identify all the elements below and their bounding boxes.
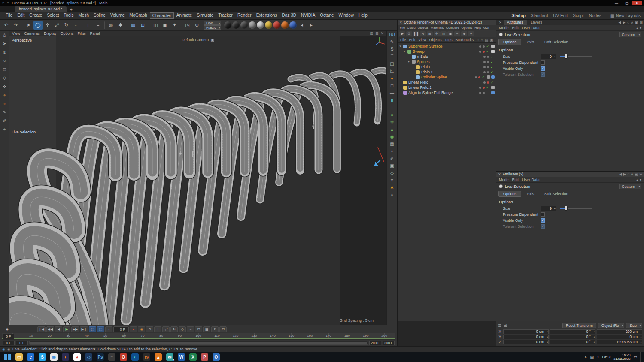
menu-item[interactable]: Spline: [91, 12, 108, 19]
history-forward-icon[interactable]: ▶: [623, 172, 626, 176]
enabled-check-icon[interactable]: ✓: [490, 70, 493, 74]
octane-tool-button[interactable]: ⊞: [427, 31, 433, 36]
show-desktop-button[interactable]: [640, 352, 641, 362]
octane-menu-item[interactable]: Objects: [418, 26, 428, 30]
octane-tool-button[interactable]: ◫: [440, 31, 447, 36]
prev-key[interactable]: ◀◀: [46, 326, 54, 332]
layout-item[interactable]: UV Edit: [553, 13, 568, 18]
visibility-dot-render[interactable]: [483, 92, 485, 94]
visibility-dot-editor[interactable]: [483, 56, 486, 58]
size-slider[interactable]: [560, 56, 592, 57]
axis-lock-x[interactable]: L: [84, 21, 93, 30]
keyframe-selection[interactable]: ⊡: [195, 326, 202, 332]
attributes-menu-item[interactable]: Mode: [499, 26, 509, 30]
menu-item[interactable]: Daz 3D: [280, 12, 298, 19]
expand-caret-icon[interactable]: ▾: [398, 45, 402, 48]
material-hdri[interactable]: [265, 21, 272, 29]
interactive-render-region[interactable]: ◳: [183, 21, 192, 30]
menu-item[interactable]: NVIDIA: [299, 12, 317, 19]
rotate[interactable]: ↻: [62, 21, 71, 30]
move[interactable]: ✛: [43, 21, 52, 30]
opera[interactable]: O: [118, 352, 129, 362]
tool-strip-icon[interactable]: ◇: [1, 75, 8, 81]
filter-icon[interactable]: ▤: [485, 38, 488, 42]
attribute-subtab[interactable]: Options: [498, 191, 521, 197]
toolbar-scroll-left-icon[interactable]: ◂: [298, 21, 307, 30]
attributes-menu-item[interactable]: User Data: [522, 178, 540, 182]
menu-item[interactable]: Edit: [15, 12, 27, 19]
position-field[interactable]: 0 cm: [503, 335, 549, 339]
range-slider-thumb[interactable]: [30, 342, 367, 344]
object-row[interactable]: ▾ Subdivision Surface ✓: [398, 44, 496, 49]
modeling-strip-icon[interactable]: ✦: [389, 148, 395, 154]
tag-icons[interactable]: [490, 86, 495, 89]
modeling-strip-icon[interactable]: ●: [389, 112, 395, 118]
preview-end-field[interactable]: 200 F: [369, 341, 381, 345]
text-mode-icon[interactable]: A: [631, 21, 633, 24]
record-pla[interactable]: ≈: [187, 326, 194, 332]
current-frame-marker[interactable]: 0 F: [3, 334, 14, 339]
attribute-checkbox[interactable]: [541, 60, 545, 65]
object-manager-menu-item[interactable]: View: [418, 38, 426, 42]
tool-strip-icon[interactable]: ⊕: [1, 49, 8, 55]
attribute-subtab[interactable]: Soft Selection: [540, 191, 573, 197]
material-orange[interactable]: [281, 21, 289, 29]
up-arrow-icon[interactable]: ▴: [636, 178, 638, 182]
visibility-dot-editor[interactable]: [479, 45, 481, 48]
firefox[interactable]: ◗: [60, 352, 71, 362]
vscode[interactable]: ◇: [83, 352, 94, 362]
material-checker[interactable]: [257, 21, 264, 29]
rotation-field[interactable]: 0 °: [550, 329, 595, 334]
goto-end[interactable]: ▶❘: [80, 326, 88, 332]
motion-system[interactable]: ≋: [211, 326, 219, 332]
lock-icon[interactable]: ▣: [490, 38, 493, 42]
tool-strip-icon[interactable]: ○: [1, 58, 8, 63]
object-manager-menu-item[interactable]: Tags: [444, 38, 452, 42]
material-preset-dropdown[interactable]: Plastic: [204, 25, 221, 30]
up-arrow-icon[interactable]: ▴: [636, 26, 638, 30]
enabled-check-icon[interactable]: ✓: [486, 50, 489, 54]
dock-icon[interactable]: ⊞: [640, 21, 643, 24]
attributes-menu-item[interactable]: Edit: [512, 178, 519, 182]
attributes-menu-item[interactable]: Edit: [512, 26, 519, 30]
octane-tool-button[interactable]: ✛: [434, 31, 440, 36]
object-manager-menu-item[interactable]: Objects: [429, 38, 442, 42]
select-arrow[interactable]: ➤: [24, 21, 33, 30]
visibility-dot-render[interactable]: [478, 76, 480, 78]
record-pos[interactable]: ✛: [154, 326, 161, 332]
tool-strip-icon[interactable]: ●: [1, 101, 8, 106]
attribute-subtab[interactable]: Soft Selection: [540, 39, 573, 45]
viewport-menu-item[interactable]: Options: [60, 31, 73, 36]
text-mode-icon[interactable]: A: [631, 172, 633, 176]
octane-menu-item[interactable]: Cloud: [407, 26, 416, 30]
menu-item[interactable]: Octane: [318, 12, 336, 19]
menu-item[interactable]: Simulate: [194, 12, 216, 19]
visibility-dot-render[interactable]: [483, 87, 485, 89]
add-tab-button[interactable]: +: [67, 7, 75, 12]
viewport-menu-item[interactable]: Cameras: [24, 31, 40, 36]
object-row[interactable]: Align to Spline Full Range ✓: [398, 90, 496, 95]
excel[interactable]: X: [187, 352, 199, 362]
keyboard-language[interactable]: DEU: [602, 355, 610, 359]
keyframe-diamond[interactable]: ◆: [3, 326, 11, 332]
search-icon[interactable]: ◌: [627, 21, 629, 24]
viewport-layout-icon[interactable]: ⊞: [375, 31, 379, 36]
layout-item[interactable]: Script: [573, 13, 584, 18]
viewport-menu-item[interactable]: View: [12, 31, 20, 36]
chrome-beta[interactable]: ◕: [71, 352, 83, 362]
menu-item[interactable]: Character: [150, 12, 174, 19]
enabled-check-icon[interactable]: ✓: [490, 55, 493, 59]
size-input[interactable]: 9: [541, 54, 556, 59]
current-frame-field[interactable]: 0 F: [113, 326, 129, 332]
panel-close-icon[interactable]: ✕: [399, 21, 402, 24]
octane-tool-button[interactable]: ≡: [454, 31, 460, 36]
render-team[interactable]: ⊕: [192, 21, 201, 30]
size-input[interactable]: 9: [541, 206, 556, 211]
visibility-dot-editor[interactable]: [479, 92, 481, 94]
position-field[interactable]: 0 cm: [503, 329, 549, 334]
object-type-icon[interactable]: [416, 75, 420, 79]
vlc[interactable]: ▲: [152, 352, 164, 362]
enabled-check-icon[interactable]: ✓: [490, 65, 493, 69]
maximize-button[interactable]: ▢: [622, 1, 632, 5]
layout-item[interactable]: Nodes: [589, 13, 601, 18]
